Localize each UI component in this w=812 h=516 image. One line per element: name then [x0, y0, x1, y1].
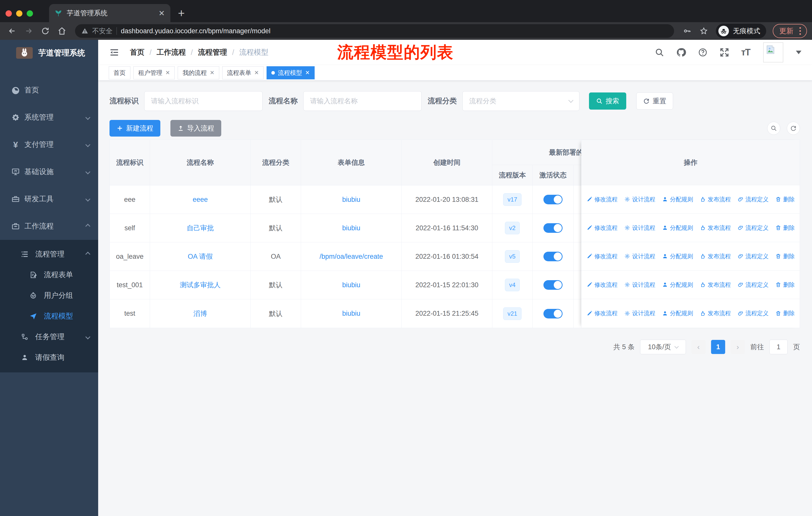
goto-page-input[interactable]	[770, 340, 788, 354]
tag-home[interactable]: 首页	[109, 66, 130, 79]
sidebar-item-system[interactable]: 系统管理	[0, 104, 98, 131]
sidebar-item-payment[interactable]: ¥ 支付管理	[0, 131, 98, 158]
design-gear-action-link[interactable]: 设计流程	[624, 224, 656, 232]
model-name-link[interactable]: 滔博	[194, 309, 207, 318]
edit-action-link[interactable]: 修改流程	[586, 195, 618, 203]
browser-update-menu[interactable]: 更新	[773, 24, 807, 38]
password-key-icon[interactable]	[680, 24, 694, 38]
delete-action-link[interactable]: 删除	[775, 224, 795, 232]
zoom-window-button[interactable]	[27, 10, 33, 17]
form-info-link[interactable]: biubiu	[342, 224, 360, 232]
avatar[interactable]	[763, 42, 783, 62]
github-icon[interactable]	[676, 47, 686, 57]
search-button[interactable]: 搜索	[589, 92, 626, 110]
search-icon[interactable]	[655, 47, 665, 57]
definition-action-link[interactable]: 流程定义	[737, 252, 769, 260]
model-name-link[interactable]: 测试多审批人	[180, 280, 221, 290]
publish-action-link[interactable]: 发布流程	[700, 281, 731, 289]
design-gear-action-link[interactable]: 设计流程	[624, 252, 656, 260]
sidebar-item-leave-query[interactable]: 请假查询	[0, 347, 98, 368]
design-gear-action-link[interactable]: 设计流程	[624, 309, 656, 317]
show-search-icon[interactable]	[767, 122, 780, 135]
breadcrumb-home[interactable]: 首页	[130, 47, 144, 57]
edit-action-link[interactable]: 修改流程	[586, 309, 618, 317]
sidebar-item-user-group[interactable]: 用户分组	[0, 285, 98, 306]
design-gear-action-link[interactable]: 设计流程	[624, 281, 656, 289]
design-gear-action-link[interactable]: 设计流程	[624, 195, 656, 203]
assign-user-action-link[interactable]: 分配规则	[662, 252, 693, 260]
sidebar-item-infrastructure[interactable]: 基础设施	[0, 158, 98, 185]
process-category-select[interactable]: 流程分类	[462, 91, 579, 111]
sidebar-item-workflow[interactable]: 工作流程	[0, 213, 98, 240]
address-bar[interactable]: 不安全 dashboard.yudao.iocoder.cn/bpm/manag…	[75, 24, 674, 38]
definition-action-link[interactable]: 流程定义	[737, 195, 769, 203]
publish-action-link[interactable]: 发布流程	[700, 195, 731, 203]
active-toggle[interactable]	[544, 195, 562, 204]
assign-user-action-link[interactable]: 分配规则	[662, 195, 693, 203]
sidebar-item-task-management[interactable]: 任务管理	[0, 327, 98, 347]
delete-action-link[interactable]: 删除	[775, 195, 795, 203]
next-page-button[interactable]: ›	[731, 340, 745, 354]
refresh-icon[interactable]	[787, 122, 800, 135]
app-logo[interactable]: 芋道管理系统	[0, 40, 98, 66]
publish-action-link[interactable]: 发布流程	[700, 309, 731, 317]
active-toggle[interactable]	[544, 223, 562, 233]
new-tab-button[interactable]: +	[178, 7, 185, 19]
active-toggle[interactable]	[544, 280, 562, 290]
definition-action-link[interactable]: 流程定义	[737, 224, 769, 232]
edit-action-link[interactable]: 修改流程	[586, 252, 618, 260]
form-info-link[interactable]: biubiu	[342, 281, 360, 289]
process-id-input[interactable]	[144, 91, 263, 111]
definition-action-link[interactable]: 流程定义	[737, 309, 769, 317]
close-icon[interactable]: ✕	[305, 70, 310, 76]
fullscreen-icon[interactable]	[719, 47, 729, 57]
close-window-button[interactable]	[5, 10, 12, 17]
delete-action-link[interactable]: 删除	[775, 252, 795, 260]
sidebar-item-process-form[interactable]: 流程表单	[0, 265, 98, 285]
tag-process-model[interactable]: 流程模型✕	[266, 66, 314, 79]
font-size-icon[interactable]: ᴛT	[741, 47, 750, 58]
publish-action-link[interactable]: 发布流程	[700, 252, 731, 260]
edit-action-link[interactable]: 修改流程	[586, 281, 618, 289]
active-toggle[interactable]	[544, 309, 562, 319]
avatar-caret-icon[interactable]	[796, 51, 802, 54]
tag-my-process[interactable]: 我的流程✕	[178, 66, 219, 79]
definition-action-link[interactable]: 流程定义	[737, 281, 769, 289]
browser-tab[interactable]: 芋道管理系统 ✕	[49, 4, 170, 22]
import-process-button[interactable]: 导入流程	[170, 120, 221, 137]
bookmark-star-icon[interactable]	[697, 24, 711, 38]
home-icon[interactable]	[55, 24, 69, 38]
breadcrumb-process-management[interactable]: 流程管理	[198, 47, 227, 57]
process-name-input[interactable]	[303, 91, 422, 111]
model-name-link[interactable]: OA 请假	[188, 252, 213, 261]
create-process-button[interactable]: 新建流程	[110, 120, 160, 137]
delete-action-link[interactable]: 删除	[775, 281, 795, 289]
sidebar-item-process-model[interactable]: 流程模型	[0, 306, 98, 327]
model-name-link[interactable]: eeee	[193, 196, 208, 203]
edit-action-link[interactable]: 修改流程	[586, 224, 618, 232]
current-page-button[interactable]: 1	[711, 340, 725, 354]
form-info-link[interactable]: /bpm/oa/leave/create	[319, 253, 383, 261]
sidebar-item-home[interactable]: 首页	[0, 77, 98, 104]
tag-process-form[interactable]: 流程表单✕	[222, 66, 264, 79]
reset-button[interactable]: 重置	[636, 92, 673, 110]
breadcrumb-workflow[interactable]: 工作流程	[156, 47, 186, 57]
active-toggle[interactable]	[544, 252, 562, 261]
sidebar-item-process-management[interactable]: 流程管理	[0, 244, 98, 265]
tag-tenant[interactable]: 租户管理✕	[134, 66, 175, 79]
model-name-link[interactable]: 自己审批	[187, 223, 214, 233]
close-icon[interactable]: ✕	[165, 70, 170, 76]
assign-user-action-link[interactable]: 分配规则	[662, 309, 693, 317]
kebab-menu-icon[interactable]	[798, 27, 803, 35]
assign-user-action-link[interactable]: 分配规则	[662, 281, 693, 289]
minimize-window-button[interactable]	[16, 10, 22, 17]
help-icon[interactable]	[698, 47, 708, 57]
delete-action-link[interactable]: 删除	[775, 309, 795, 317]
close-icon[interactable]: ✕	[210, 70, 214, 76]
forward-icon[interactable]	[22, 24, 36, 38]
reload-icon[interactable]	[38, 24, 52, 38]
prev-page-button[interactable]: ‹	[691, 340, 705, 354]
form-info-link[interactable]: biubiu	[342, 310, 360, 318]
sidebar-fold-icon[interactable]	[109, 47, 120, 58]
sidebar-item-devtools[interactable]: 研发工具	[0, 185, 98, 213]
